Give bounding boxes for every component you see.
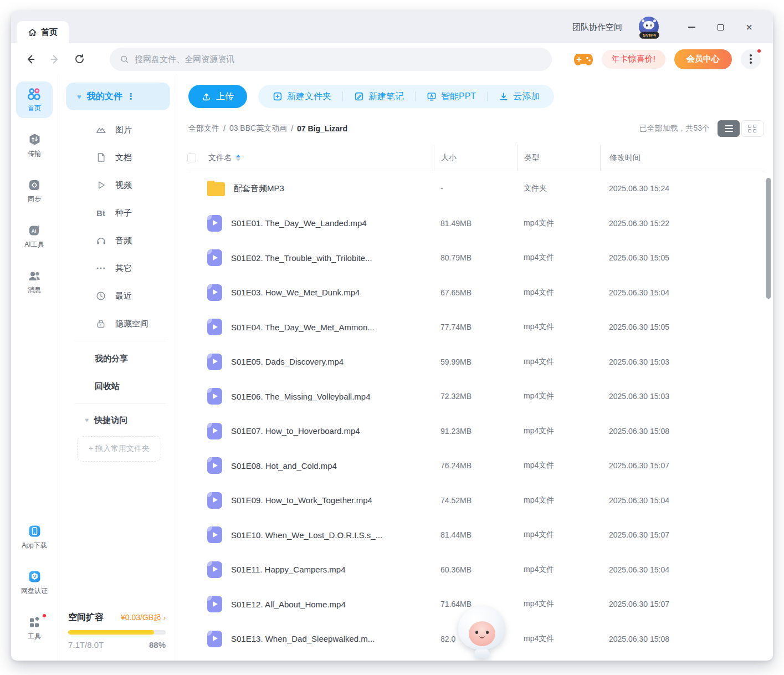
secondary-sidebar: ♥ 我的文件 ⋮ 图片 文档 xyxy=(58,75,177,661)
tab-home[interactable]: 首页 xyxy=(17,21,69,43)
table-row[interactable]: S01E08. Hot_and_Cold.mp476.24MBmp4文件2025… xyxy=(187,448,765,483)
breadcrumb-item[interactable]: 03 BBC英文动画 xyxy=(229,124,287,134)
sidebar-item-messages[interactable]: 消息 xyxy=(16,263,53,300)
file-name[interactable]: S01E11. Happy_Campers.mp4 xyxy=(231,565,346,574)
upload-button[interactable]: 上传 xyxy=(188,85,247,108)
assistant-mascot[interactable] xyxy=(457,606,507,658)
content-area: 首页 传输 同步 xyxy=(11,75,773,661)
table-row[interactable]: S01E03. How_We_Met_Dunk.mp467.65MBmp4文件2… xyxy=(187,275,765,310)
new-folder-button[interactable]: 新建文件夹 xyxy=(262,85,342,108)
file-name[interactable]: S01E02. The_Trouble_with_Trilobite... xyxy=(231,253,372,263)
breadcrumb-item[interactable]: 全部文件 xyxy=(188,124,219,134)
sidebar-item-home[interactable]: 首页 xyxy=(16,81,53,118)
file-size: 74.52MB xyxy=(434,496,517,505)
category-documents[interactable]: 文档 xyxy=(58,144,177,171)
my-shares-link[interactable]: 我的分享 xyxy=(58,345,177,372)
avatar[interactable]: SVIP4 xyxy=(639,17,660,38)
file-name[interactable]: S01E01. The_Day_We_Landed.mp4 xyxy=(231,218,367,228)
table-row[interactable]: 配套音频MP3-文件夹2025.06.30 15:24 xyxy=(187,171,765,206)
table-row[interactable]: S01E02. The_Trouble_with_Trilobite...80.… xyxy=(187,241,765,275)
gamepad-icon[interactable] xyxy=(574,52,593,67)
video-icon xyxy=(95,180,107,191)
sidebar-item-label: 网盘认证 xyxy=(21,586,48,596)
torrent-icon: Bt xyxy=(95,208,107,218)
quick-access-header[interactable]: ♥ 快捷访问 xyxy=(58,407,177,433)
table-row[interactable]: S01E07. How_to_Hoverboard.mp491.23MBmp4文… xyxy=(187,414,765,449)
nav-right: 年卡惊喜价! 会员中心 xyxy=(574,49,761,69)
back-arrow-icon xyxy=(24,53,37,65)
video-file-icon xyxy=(207,354,222,370)
table-row[interactable]: S01E04. The_Day_We_Met_Ammon...77.74MBmp… xyxy=(187,310,765,345)
category-recent[interactable]: 最近 xyxy=(58,282,177,310)
table-row[interactable]: S01E01. The_Day_We_Landed.mp481.49MBmp4文… xyxy=(187,206,765,241)
category-torrents[interactable]: Bt 种子 xyxy=(58,199,177,227)
file-name[interactable]: S01E03. How_We_Met_Dunk.mp4 xyxy=(231,288,360,297)
recycle-bin-link[interactable]: 回收站 xyxy=(58,372,177,400)
file-name[interactable]: S01E08. Hot_and_Cold.mp4 xyxy=(231,461,337,471)
file-modified: 2025.06.30 15:07 xyxy=(600,461,765,470)
grid-view-button[interactable] xyxy=(741,120,763,137)
file-name[interactable]: S01E07. How_to_Hoverboard.mp4 xyxy=(231,426,360,436)
table-row[interactable]: S01E05. Dads_Discovery.mp459.99MBmp4文件20… xyxy=(187,345,765,380)
file-name[interactable]: S01E04. The_Day_We_Met_Ammon... xyxy=(231,323,375,332)
sidebar-item-transfer[interactable]: 传输 xyxy=(16,127,53,163)
storage-title: 空间扩容 xyxy=(68,612,104,623)
category-images[interactable]: 图片 xyxy=(58,116,177,144)
column-header-name[interactable]: 文件名 xyxy=(208,153,232,163)
column-header-modified[interactable]: 修改时间 xyxy=(600,145,765,171)
forward-button[interactable] xyxy=(47,51,63,68)
chevron-right-icon: › xyxy=(163,614,166,622)
file-modified: 2025.06.30 15:07 xyxy=(600,600,765,608)
table-row[interactable]: S01E09. How_to_Work_Together.mp474.52MBm… xyxy=(187,483,765,518)
column-header-type[interactable]: 类型 xyxy=(517,145,600,171)
file-name[interactable]: 配套音频MP3 xyxy=(234,183,284,194)
vip-center-button[interactable]: 会员中心 xyxy=(674,49,732,69)
file-type: mp4文件 xyxy=(517,218,600,228)
category-audio[interactable]: 音频 xyxy=(58,227,177,254)
search-field[interactable] xyxy=(135,54,542,64)
category-videos[interactable]: 视频 xyxy=(58,171,177,199)
new-note-button[interactable]: 新建笔记 xyxy=(343,85,415,108)
divider xyxy=(75,403,166,404)
promo-banner[interactable]: 年卡惊喜价! xyxy=(602,50,665,69)
search-input[interactable] xyxy=(110,48,552,71)
file-name[interactable]: S01E06. The_Missing_Volleyball.mp4 xyxy=(231,392,371,401)
file-name[interactable]: S01E09. How_to_Work_Together.mp4 xyxy=(231,495,372,505)
video-file-icon xyxy=(207,388,222,405)
file-name[interactable]: S01E13. When_Dad_Sleepwalked.m... xyxy=(231,634,375,643)
table-row[interactable]: S01E06. The_Missing_Volleyball.mp472.32M… xyxy=(187,379,765,414)
sidebar-item-drive-cert[interactable]: V 网盘认证 xyxy=(16,564,53,601)
file-name[interactable]: S01E05. Dads_Discovery.mp4 xyxy=(231,357,344,366)
favorite-folder-dropzone[interactable]: + 拖入常用文件夹 xyxy=(77,436,161,462)
column-header-size[interactable]: 大小 xyxy=(434,145,517,171)
table-row[interactable]: S01E10. When_We_Lost_D.O.R.I.S.s_...81.4… xyxy=(187,518,765,553)
my-files-menu-icon[interactable]: ⋮ xyxy=(127,91,136,101)
table-row[interactable]: S01E11. Happy_Campers.mp460.36MBmp4文件202… xyxy=(187,553,765,587)
back-button[interactable] xyxy=(22,51,39,68)
sidebar-item-app-download[interactable]: App下载 xyxy=(16,519,53,555)
workspace-link[interactable]: 团队协作空间 xyxy=(572,22,622,33)
smart-ppt-button[interactable]: 智能PPT xyxy=(416,85,487,108)
file-name[interactable]: S01E10. When_We_Lost_D.O.R.I.S.s_... xyxy=(231,530,382,540)
scrollbar-thumb[interactable] xyxy=(766,178,771,299)
storage-usage: 7.1T/8.0T xyxy=(68,640,104,650)
storage-upgrade-link[interactable]: ¥0.03/GB起 › xyxy=(121,613,166,623)
file-modified: 2025.06.30 15:05 xyxy=(600,253,765,262)
sidebar-item-sync[interactable]: 同步 xyxy=(16,172,53,209)
maximize-button[interactable] xyxy=(711,18,730,37)
sidebar-item-tools[interactable]: 工具 xyxy=(16,610,53,646)
my-files-item[interactable]: ♥ 我的文件 ⋮ xyxy=(66,83,170,110)
close-button[interactable]: × xyxy=(740,18,759,37)
minimize-button[interactable] xyxy=(682,18,701,37)
cloud-add-button[interactable]: 云添加 xyxy=(488,85,551,108)
category-other[interactable]: 其它 xyxy=(58,254,177,282)
file-name[interactable]: S01E12. All_About_Home.mp4 xyxy=(231,600,346,609)
file-type: mp4文件 xyxy=(517,391,600,401)
sidebar-item-ai-tools[interactable]: AI AI工具 xyxy=(16,218,53,254)
refresh-button[interactable] xyxy=(71,51,88,68)
sort-toggle[interactable] xyxy=(236,155,240,161)
select-all-checkbox[interactable] xyxy=(187,154,196,162)
list-view-button[interactable] xyxy=(718,120,740,137)
category-hidden-space[interactable]: 隐藏空间 xyxy=(58,310,177,338)
more-menu-button[interactable] xyxy=(741,49,761,69)
